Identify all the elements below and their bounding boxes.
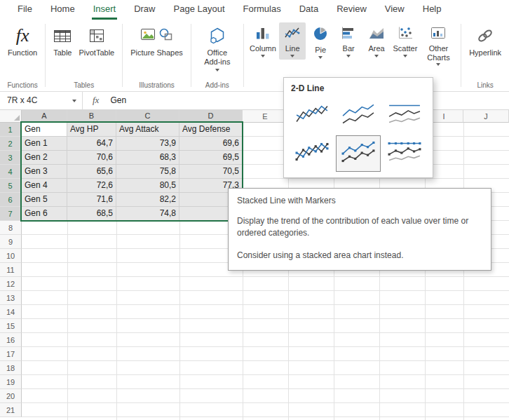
cell[interactable]: Gen 2 [22, 151, 67, 165]
chart-type-stacked-line[interactable] [336, 97, 381, 134]
name-box[interactable]: 7R x 4C [0, 91, 83, 109]
cell[interactable]: 64,7 [67, 137, 116, 151]
picture-shapes-button[interactable]: Picture Shapes [127, 22, 186, 60]
chart-type-100-stacked-line[interactable] [382, 97, 427, 134]
row-header[interactable]: 19 [0, 375, 22, 389]
row-header[interactable]: 7 [0, 207, 22, 221]
pivottable-button[interactable]: PivotTable [75, 22, 118, 60]
function-button[interactable]: fx Function [4, 22, 41, 60]
insert-function-button[interactable]: fx [93, 95, 99, 106]
pivottable-label: PivotTable [79, 48, 114, 57]
row-header[interactable]: 1 [0, 123, 22, 137]
stacked-line-thumbnail-icon [341, 102, 375, 129]
active-cell[interactable]: Gen [22, 123, 67, 137]
cell[interactable]: 74,8 [116, 207, 179, 221]
cell[interactable]: 73,9 [116, 137, 179, 151]
cell[interactable]: 71,6 [67, 193, 116, 207]
chart-type-line[interactable] [290, 97, 334, 134]
cell[interactable]: 75,8 [116, 165, 179, 179]
menu-tab[interactable]: Home [49, 0, 76, 20]
row-header[interactable]: 18 [0, 361, 22, 375]
gridline-vertical [463, 123, 464, 420]
row-header[interactable]: 4 [0, 165, 22, 179]
row-header[interactable]: 21 [0, 403, 22, 417]
shapes-icon [158, 27, 174, 44]
cell[interactable]: Avg HP [67, 123, 116, 137]
pie-chart-button[interactable]: Pie [307, 22, 334, 61]
cell[interactable]: Gen 3 [22, 165, 67, 179]
area-chart-button[interactable]: Area [363, 22, 390, 60]
menu-tab[interactable]: Page Layout [172, 0, 226, 20]
cell[interactable]: Gen 4 [22, 179, 67, 193]
cell[interactable]: Gen 6 [22, 207, 67, 221]
screentip-note: Consider using a stacked area chart inst… [237, 250, 482, 262]
office-addins-button[interactable]: Office Add-ins [196, 22, 239, 74]
cell[interactable]: Gen 1 [22, 137, 67, 151]
chart-type-line-with-markers[interactable] [290, 135, 334, 172]
menu-tab[interactable]: Insert [92, 0, 118, 20]
chevron-down-icon [290, 55, 294, 57]
cell[interactable]: 70,5 [179, 165, 243, 179]
column-header[interactable]: A [22, 110, 67, 123]
hyperlink-button[interactable]: Hyperlink [466, 22, 505, 60]
column-header[interactable]: D [179, 110, 243, 123]
row-header[interactable]: 15 [0, 319, 22, 333]
row-header[interactable]: 16 [0, 333, 22, 347]
bar-chart-icon [341, 26, 356, 43]
chart-type-stacked-line-with-markers[interactable] [336, 135, 381, 172]
menu-tab[interactable]: Help [421, 0, 443, 20]
cell[interactable]: Gen 5 [22, 193, 67, 207]
menu-tab[interactable]: View [384, 0, 406, 20]
table-button[interactable]: Table [50, 22, 75, 60]
cell[interactable]: 82,2 [116, 193, 179, 207]
cell[interactable]: 68,5 [67, 207, 116, 221]
table-row: Gen Avg HP Avg Attack Avg Defense [22, 123, 243, 137]
row-header[interactable]: 5 [0, 179, 22, 193]
cell[interactable]: Avg Attack [116, 123, 179, 137]
menu-tab[interactable]: Formulas [242, 0, 283, 20]
row-header[interactable]: 2 [0, 137, 22, 151]
cell[interactable]: Avg Defense [179, 123, 243, 137]
cell[interactable]: 65,6 [67, 165, 116, 179]
cell[interactable]: 72,6 [67, 179, 116, 193]
row-header[interactable]: 20 [0, 389, 22, 403]
menu-tab[interactable]: File [16, 0, 34, 20]
column-header[interactable]: J [463, 110, 509, 123]
chart-type-100-stacked-line-with-markers[interactable] [382, 135, 427, 172]
chevron-down-icon [346, 55, 351, 57]
table-label: Table [53, 48, 72, 57]
row-header[interactable]: 3 [0, 151, 22, 165]
column-header[interactable]: B [67, 110, 116, 123]
row-header[interactable]: 12 [0, 277, 22, 291]
menu-tab[interactable]: Data [298, 0, 320, 20]
menu-tab[interactable]: Draw [133, 0, 156, 20]
column-header[interactable]: E [243, 110, 288, 123]
row-header[interactable]: 17 [0, 347, 22, 361]
other-charts-button[interactable]: Other Charts [421, 22, 457, 68]
ribbon-group-tables: Table PivotTable Tables [46, 20, 122, 91]
row-header[interactable]: 11 [0, 263, 22, 277]
formula-input[interactable]: Gen [110, 95, 126, 105]
cell[interactable]: 69,5 [179, 151, 243, 165]
cell[interactable]: 68,3 [116, 151, 179, 165]
scatter-chart-button[interactable]: Scatter [391, 22, 419, 60]
group-label-tables: Tables [46, 81, 122, 89]
chevron-down-icon [215, 69, 219, 72]
cell[interactable]: 69,6 [179, 137, 243, 151]
row-header[interactable]: 8 [0, 221, 22, 235]
menu-tab[interactable]: Review [335, 0, 368, 20]
row-header[interactable]: 10 [0, 249, 22, 263]
cell[interactable]: 70,6 [67, 151, 116, 165]
other-charts-icon [430, 26, 446, 43]
row-header[interactable]: 9 [0, 235, 22, 249]
pivottable-grid-icon [88, 25, 105, 46]
row-header[interactable]: 13 [0, 291, 22, 305]
column-chart-button[interactable]: Column [248, 22, 278, 60]
column-header[interactable]: C [116, 110, 179, 123]
row-header[interactable]: 6 [0, 193, 22, 207]
line-chart-button[interactable]: Line [279, 22, 306, 60]
select-all-corner[interactable] [0, 110, 22, 123]
cell[interactable]: 80,5 [116, 179, 179, 193]
bar-chart-button[interactable]: Bar [335, 22, 362, 60]
row-header[interactable]: 14 [0, 305, 22, 319]
